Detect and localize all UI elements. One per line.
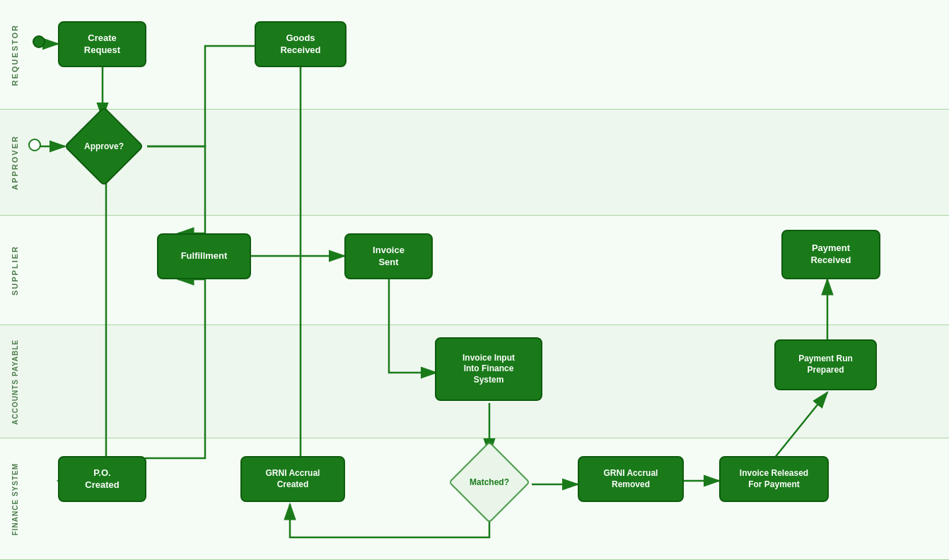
grni-accrual-created-box: GRNI AccrualCreated <box>240 456 345 502</box>
invoice-released-box: Invoice ReleasedFor Payment <box>719 456 829 502</box>
invoice-sent-box: InvoiceSent <box>344 233 433 279</box>
payment-received-box: PaymentReceived <box>781 230 880 279</box>
lane-label-supplier: SUPPLIER <box>0 216 30 325</box>
po-created-box: P.O.Created <box>58 456 146 502</box>
start-node <box>33 35 45 48</box>
lane-label-finance-system: FINANCE SYSTEM <box>0 438 30 560</box>
payment-run-box: Payment RunPrepared <box>774 339 877 390</box>
approve-diamond: Approve? <box>62 119 146 174</box>
lane-label-requestor: REQUESTOR <box>0 0 30 110</box>
diagram-container: REQUESTOR APPROVER SUPPLIER ACCOUNTS PAY… <box>0 0 949 560</box>
start-node-approver <box>28 139 41 151</box>
invoice-input-box: Invoice InputInto FinanceSystem <box>435 337 542 401</box>
create-request-box: CreateRequest <box>58 21 146 67</box>
matched-diamond: Matched? <box>437 451 542 513</box>
grni-accrual-removed-box: GRNI AccrualRemoved <box>578 456 684 502</box>
fulfillment-box: Fulfillment <box>157 233 251 279</box>
lane-label-approver: APPROVER <box>0 110 30 216</box>
lane-label-accounts-payable: ACCOUNTS PAYABLE <box>0 325 30 438</box>
goods-received-box: GoodsReceived <box>255 21 347 67</box>
